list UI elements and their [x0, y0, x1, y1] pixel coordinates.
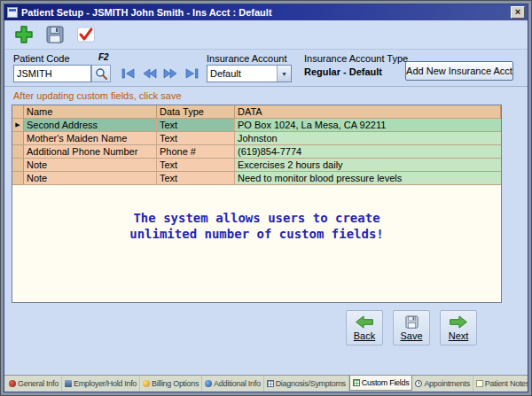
- employer-icon: [65, 380, 72, 387]
- row-selector: [12, 145, 24, 158]
- tab-label: Patient Notes: [485, 379, 528, 388]
- cell-name: Note: [24, 172, 157, 184]
- tab-custom-fields[interactable]: Custom Fields: [349, 375, 413, 391]
- cell-data: Johnston: [235, 132, 501, 144]
- tab-label: Diagnosis/Symptoms: [276, 379, 346, 388]
- cell-data-type: Text: [157, 132, 235, 144]
- table-row[interactable]: Additional Phone Number Phone # (619)854…: [12, 145, 501, 159]
- next-arrow-icon: [449, 315, 468, 329]
- save-button-label: Save: [400, 330, 422, 341]
- billing-coin-icon: [143, 380, 150, 387]
- row-selector: [12, 172, 24, 184]
- insurance-account-select[interactable]: Default ▼: [207, 65, 292, 82]
- back-button-label: Back: [354, 330, 375, 341]
- cell-name: Mother's Maiden Name: [24, 132, 157, 144]
- cell-data-type: Phone #: [157, 145, 235, 158]
- tab-diagnosis-symptoms[interactable]: Diagnosis/Symptoms: [264, 376, 349, 392]
- chevron-down-icon[interactable]: ▼: [277, 66, 291, 82]
- cell-name: Second Address: [24, 119, 157, 131]
- row-selector-icon: ▶: [12, 119, 24, 131]
- additional-info-icon: [205, 380, 212, 387]
- red-check-icon: [76, 25, 96, 44]
- app-icon: [7, 7, 18, 18]
- tab-label: Additional Info: [214, 379, 261, 388]
- column-header-data[interactable]: DATA: [235, 105, 501, 118]
- back-arrow-icon: [355, 315, 374, 329]
- info-message-line1: The system allows users to create: [12, 210, 501, 226]
- nav-button-group: Back Save Next: [346, 310, 528, 346]
- cell-name: Note: [24, 159, 157, 171]
- table-row[interactable]: Note Text Need to monitor blood pressure…: [12, 172, 501, 185]
- tab-label: Appointments: [424, 379, 469, 388]
- tab-label: General Info: [18, 379, 59, 388]
- nav-last-button[interactable]: [184, 68, 200, 79]
- cell-data: PO Box 1024, La Mesa, CA 92211: [235, 119, 501, 131]
- grid-corner-cell: [12, 105, 24, 118]
- plus-icon: [13, 24, 35, 45]
- insurance-type-value: Regular - Default: [304, 66, 382, 77]
- patient-setup-window: Patient Setup - JSMITH John Smith - Ins …: [4, 4, 528, 392]
- back-button[interactable]: Back: [346, 310, 383, 346]
- diagnosis-grid-icon: [267, 380, 274, 387]
- cell-name: Additional Phone Number: [24, 145, 157, 158]
- close-button[interactable]: ×: [511, 6, 525, 19]
- cell-data: Excercises 2 hours daily: [235, 159, 501, 171]
- insurance-account-value: Default: [207, 66, 277, 82]
- cell-data: (619)854-7774: [235, 145, 501, 158]
- tab-employer-hold-info[interactable]: Employer/Hold Info: [62, 376, 140, 392]
- insurance-type-label: Insurance Account Type: [304, 53, 408, 64]
- cell-data-type: Text: [157, 159, 235, 171]
- row-selector: [12, 159, 24, 171]
- save-button[interactable]: Save: [393, 310, 430, 346]
- nav-previous-button[interactable]: [142, 68, 157, 79]
- column-header-data-type[interactable]: Data Type: [157, 105, 235, 118]
- tab-additional-info[interactable]: Additional Info: [202, 376, 264, 392]
- general-info-icon: [9, 380, 16, 387]
- confirm-button[interactable]: [74, 23, 98, 47]
- patient-search-button[interactable]: [91, 65, 111, 82]
- tab-label: Billing Options: [152, 379, 199, 388]
- tab-general-info[interactable]: General Info: [6, 376, 62, 392]
- floppy-disk-icon: [45, 25, 65, 44]
- record-navigator: [121, 68, 200, 79]
- notes-icon: [476, 380, 483, 387]
- controls-panel: Patient Code F2 Insurance Account Defaul…: [4, 49, 528, 87]
- add-record-button[interactable]: [12, 23, 35, 47]
- next-record-icon: [163, 68, 178, 79]
- tab-patient-notes[interactable]: Patient Notes: [473, 376, 528, 392]
- content-spacer: [4, 346, 528, 375]
- custom-fields-grid: Name Data Type DATA ▶ Second Address Tex…: [12, 105, 502, 303]
- nav-first-button[interactable]: [121, 68, 136, 79]
- column-header-name[interactable]: Name: [24, 105, 157, 118]
- patient-code-shortcut: F2: [98, 52, 109, 62]
- table-row[interactable]: Mother's Maiden Name Text Johnston: [12, 132, 501, 145]
- first-record-icon: [121, 68, 136, 79]
- tab-billing-options[interactable]: Billing Options: [140, 376, 202, 392]
- outer-frame: Patient Setup - JSMITH John Smith - Ins …: [0, 0, 532, 396]
- next-button[interactable]: Next: [440, 310, 477, 346]
- custom-fields-notice: After updating custom fields, click save: [4, 87, 528, 105]
- toolbar: [4, 20, 528, 49]
- cell-data-type: Text: [157, 119, 235, 131]
- bottom-tab-bar: General Info Employer/Hold Info Billing …: [4, 375, 528, 392]
- cell-data: Need to monitor blood pressure levels: [235, 172, 501, 184]
- insurance-account-label: Insurance Account: [207, 53, 287, 64]
- tab-label: Employer/Hold Info: [74, 379, 137, 388]
- previous-record-icon: [142, 68, 157, 79]
- nav-next-button[interactable]: [163, 68, 178, 79]
- save-record-button[interactable]: [43, 23, 66, 47]
- patient-code-input[interactable]: [13, 65, 91, 82]
- table-row[interactable]: Note Text Excercises 2 hours daily: [12, 159, 501, 172]
- last-record-icon: [184, 68, 200, 79]
- window-title: Patient Setup - JSMITH John Smith - Ins …: [21, 7, 511, 18]
- info-message: The system allows users to create unlimi…: [12, 210, 501, 242]
- add-insurance-button[interactable]: Add New Insurance Acct: [405, 61, 513, 81]
- table-row[interactable]: ▶ Second Address Text PO Box 1024, La Me…: [12, 119, 501, 132]
- magnifier-icon: [95, 67, 107, 80]
- info-message-line2: unlimited number of custom fields!: [12, 226, 501, 242]
- title-bar: Patient Setup - JSMITH John Smith - Ins …: [4, 4, 528, 20]
- patient-code-label: Patient Code: [13, 53, 70, 64]
- grid-header-row: Name Data Type DATA: [12, 105, 501, 119]
- cell-data-type: Text: [157, 172, 235, 184]
- tab-appointments[interactable]: Appointments: [412, 376, 473, 392]
